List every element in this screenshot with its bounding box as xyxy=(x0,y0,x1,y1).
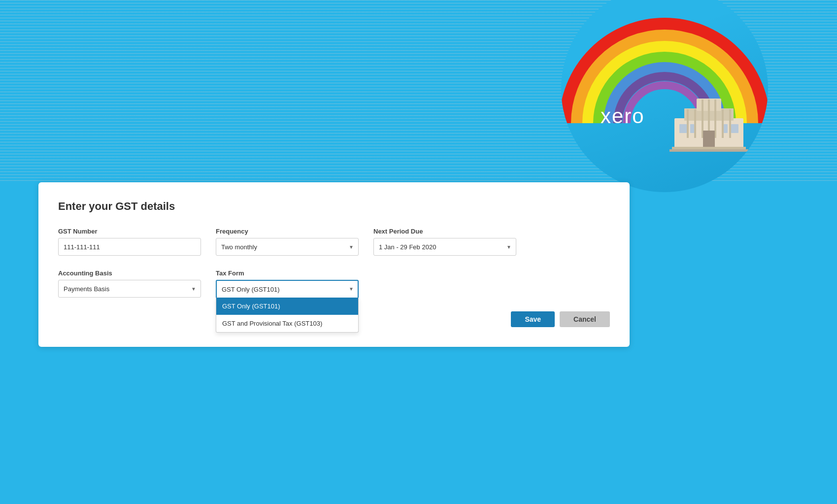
building-icon xyxy=(670,89,748,153)
accounting-basis-select-wrapper: Payments Basis Invoice Basis ▼ xyxy=(58,280,201,298)
next-period-select-wrapper: 1 Jan - 29 Feb 2020 1 Mar - 30 Apr 2020 … xyxy=(373,238,516,256)
accounting-basis-select[interactable]: Payments Basis Invoice Basis xyxy=(58,280,201,298)
frequency-group: Frequency Monthly Two monthly Six monthl… xyxy=(216,228,359,256)
cancel-button[interactable]: Cancel xyxy=(560,311,610,327)
svg-rect-13 xyxy=(731,124,738,133)
svg-rect-16 xyxy=(670,149,748,152)
svg-rect-10 xyxy=(679,124,687,133)
tax-form-select[interactable]: GST Only (GST101) GST and Provisional Ta… xyxy=(216,280,359,298)
gst-number-label: GST Number xyxy=(58,228,201,235)
next-period-group: Next Period Due 1 Jan - 29 Feb 2020 1 Ma… xyxy=(373,228,516,256)
tax-form-select-wrapper: GST Only (GST101) GST and Provisional Ta… xyxy=(216,280,359,298)
dialog-title: Enter your GST details xyxy=(58,200,610,213)
next-period-select[interactable]: 1 Jan - 29 Feb 2020 1 Mar - 30 Apr 2020 xyxy=(373,238,516,256)
form-row-1: GST Number Frequency Monthly Two monthly… xyxy=(58,228,610,256)
tax-form-label: Tax Form xyxy=(216,269,359,277)
svg-rect-4 xyxy=(694,109,696,138)
next-period-label: Next Period Due xyxy=(373,228,516,235)
tax-form-dropdown: GST Only (GST101) GST and Provisional Ta… xyxy=(216,298,359,333)
xero-brand-text: xero xyxy=(601,104,645,128)
svg-rect-11 xyxy=(690,124,694,133)
svg-rect-12 xyxy=(724,124,728,133)
frequency-label: Frequency xyxy=(216,228,359,235)
dropdown-item-gst-only[interactable]: GST Only (GST101) xyxy=(216,298,358,315)
tax-form-group: Tax Form GST Only (GST101) GST and Provi… xyxy=(216,269,359,298)
dropdown-item-gst-provisional[interactable]: GST and Provisional Tax (GST103) xyxy=(216,315,358,332)
frequency-select-wrapper: Monthly Two monthly Six monthly ▼ xyxy=(216,238,359,256)
frequency-select[interactable]: Monthly Two monthly Six monthly xyxy=(216,238,359,256)
gst-number-group: GST Number xyxy=(58,228,201,256)
svg-rect-15 xyxy=(672,147,746,149)
svg-rect-14 xyxy=(703,131,715,148)
gst-details-dialog: Enter your GST details GST Number Freque… xyxy=(38,182,630,347)
svg-rect-3 xyxy=(687,109,689,138)
accounting-basis-group: Accounting Basis Payments Basis Invoice … xyxy=(58,269,201,298)
save-button[interactable]: Save xyxy=(511,311,555,327)
svg-rect-8 xyxy=(722,109,724,138)
accounting-basis-label: Accounting Basis xyxy=(58,269,201,277)
gst-number-input[interactable] xyxy=(58,238,201,256)
form-row-2: Accounting Basis Payments Basis Invoice … xyxy=(58,269,610,298)
svg-rect-9 xyxy=(729,109,731,138)
